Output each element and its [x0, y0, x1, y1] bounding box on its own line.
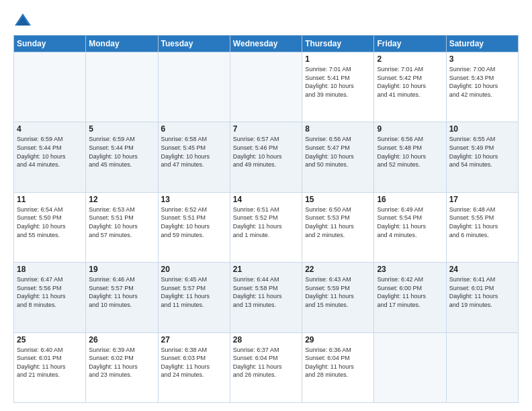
weekday-header: Saturday	[446, 36, 518, 52]
weekday-header: Friday	[374, 36, 446, 52]
day-number: 15	[305, 195, 371, 204]
day-info: Sunrise: 6:44 AM Sunset: 5:58 PM Dayligh…	[233, 275, 299, 309]
day-number: 6	[161, 124, 227, 134]
calendar-week: 4Sunrise: 6:59 AM Sunset: 5:44 PM Daylig…	[14, 122, 519, 192]
calendar-cell: 3Sunrise: 7:00 AM Sunset: 5:43 PM Daylig…	[446, 52, 518, 122]
day-number: 1	[305, 54, 371, 64]
day-number: 9	[377, 124, 443, 134]
day-info: Sunrise: 6:51 AM Sunset: 5:52 PM Dayligh…	[233, 205, 299, 239]
weekday-header: Tuesday	[158, 36, 230, 52]
calendar-week: 1Sunrise: 7:01 AM Sunset: 5:41 PM Daylig…	[14, 52, 519, 122]
calendar-cell: 1Sunrise: 7:01 AM Sunset: 5:41 PM Daylig…	[302, 52, 374, 122]
calendar-cell: 15Sunrise: 6:50 AM Sunset: 5:53 PM Dayli…	[302, 192, 374, 262]
calendar-cell: 21Sunrise: 6:44 AM Sunset: 5:58 PM Dayli…	[230, 263, 302, 332]
calendar-cell: 17Sunrise: 6:48 AM Sunset: 5:55 PM Dayli…	[446, 192, 518, 262]
day-number: 12	[89, 195, 154, 204]
day-info: Sunrise: 7:01 AM Sunset: 5:42 PM Dayligh…	[377, 65, 443, 99]
calendar-cell: 2Sunrise: 7:01 AM Sunset: 5:42 PM Daylig…	[374, 52, 446, 122]
day-number: 28	[233, 335, 299, 345]
day-info: Sunrise: 6:41 AM Sunset: 6:01 PM Dayligh…	[449, 275, 515, 309]
day-number: 4	[17, 124, 83, 134]
day-number: 10	[449, 124, 515, 134]
day-number: 17	[449, 195, 515, 204]
day-info: Sunrise: 6:55 AM Sunset: 5:49 PM Dayligh…	[449, 135, 515, 169]
calendar-cell: 19Sunrise: 6:46 AM Sunset: 5:57 PM Dayli…	[86, 263, 158, 332]
calendar-cell: 23Sunrise: 6:42 AM Sunset: 6:00 PM Dayli…	[374, 263, 446, 332]
header	[13, 11, 519, 30]
day-number: 20	[161, 265, 227, 274]
day-number: 27	[161, 335, 227, 345]
day-number: 22	[305, 265, 371, 274]
calendar-week: 25Sunrise: 6:40 AM Sunset: 6:01 PM Dayli…	[14, 332, 519, 402]
day-info: Sunrise: 7:01 AM Sunset: 5:41 PM Dayligh…	[305, 65, 371, 99]
page: SundayMondayTuesdayWednesdayThursdayFrid…	[0, 0, 532, 411]
calendar-cell: 13Sunrise: 6:52 AM Sunset: 5:51 PM Dayli…	[158, 192, 230, 262]
weekday-header: Wednesday	[230, 36, 302, 52]
weekday-header: Thursday	[302, 36, 374, 52]
calendar-cell: 29Sunrise: 6:36 AM Sunset: 6:04 PM Dayli…	[302, 332, 374, 402]
day-info: Sunrise: 6:46 AM Sunset: 5:57 PM Dayligh…	[89, 275, 154, 309]
calendar-cell: 9Sunrise: 6:56 AM Sunset: 5:48 PM Daylig…	[374, 122, 446, 192]
day-number: 5	[89, 124, 154, 134]
day-number: 7	[233, 124, 299, 134]
day-number: 2	[377, 54, 443, 64]
day-info: Sunrise: 6:37 AM Sunset: 6:04 PM Dayligh…	[233, 346, 299, 379]
weekday-row: SundayMondayTuesdayWednesdayThursdayFrid…	[14, 36, 519, 52]
day-info: Sunrise: 6:56 AM Sunset: 5:47 PM Dayligh…	[305, 135, 371, 169]
day-number: 3	[449, 54, 515, 64]
logo	[13, 11, 35, 30]
day-info: Sunrise: 6:53 AM Sunset: 5:51 PM Dayligh…	[89, 205, 154, 239]
calendar-cell: 8Sunrise: 6:56 AM Sunset: 5:47 PM Daylig…	[302, 122, 374, 192]
calendar-cell: 11Sunrise: 6:54 AM Sunset: 5:50 PM Dayli…	[14, 192, 86, 262]
day-info: Sunrise: 7:00 AM Sunset: 5:43 PM Dayligh…	[449, 65, 515, 99]
calendar-cell	[158, 52, 230, 122]
day-info: Sunrise: 6:47 AM Sunset: 5:56 PM Dayligh…	[17, 275, 83, 309]
day-number: 19	[89, 265, 154, 274]
calendar-week: 18Sunrise: 6:47 AM Sunset: 5:56 PM Dayli…	[14, 263, 519, 332]
calendar-cell: 12Sunrise: 6:53 AM Sunset: 5:51 PM Dayli…	[86, 192, 158, 262]
day-info: Sunrise: 6:49 AM Sunset: 5:54 PM Dayligh…	[377, 205, 443, 239]
calendar-cell: 24Sunrise: 6:41 AM Sunset: 6:01 PM Dayli…	[446, 263, 518, 332]
calendar-cell: 5Sunrise: 6:59 AM Sunset: 5:44 PM Daylig…	[86, 122, 158, 192]
day-info: Sunrise: 6:54 AM Sunset: 5:50 PM Dayligh…	[17, 205, 83, 239]
calendar-cell: 7Sunrise: 6:57 AM Sunset: 5:46 PM Daylig…	[230, 122, 302, 192]
day-number: 24	[449, 265, 515, 274]
calendar-cell: 16Sunrise: 6:49 AM Sunset: 5:54 PM Dayli…	[374, 192, 446, 262]
calendar-table: SundayMondayTuesdayWednesdayThursdayFrid…	[13, 35, 519, 403]
day-info: Sunrise: 6:58 AM Sunset: 5:45 PM Dayligh…	[161, 135, 227, 169]
day-number: 23	[377, 265, 443, 274]
day-number: 14	[233, 195, 299, 204]
day-info: Sunrise: 6:57 AM Sunset: 5:46 PM Dayligh…	[233, 135, 299, 169]
day-info: Sunrise: 6:38 AM Sunset: 6:03 PM Dayligh…	[161, 346, 227, 379]
day-info: Sunrise: 6:48 AM Sunset: 5:55 PM Dayligh…	[449, 205, 515, 239]
calendar-cell	[230, 52, 302, 122]
calendar-cell: 6Sunrise: 6:58 AM Sunset: 5:45 PM Daylig…	[158, 122, 230, 192]
calendar-cell: 20Sunrise: 6:45 AM Sunset: 5:57 PM Dayli…	[158, 263, 230, 332]
day-info: Sunrise: 6:42 AM Sunset: 6:00 PM Dayligh…	[377, 275, 443, 309]
day-info: Sunrise: 6:40 AM Sunset: 6:01 PM Dayligh…	[17, 346, 83, 379]
calendar-cell: 26Sunrise: 6:39 AM Sunset: 6:02 PM Dayli…	[86, 332, 158, 402]
day-info: Sunrise: 6:36 AM Sunset: 6:04 PM Dayligh…	[305, 346, 371, 379]
weekday-header: Monday	[86, 36, 158, 52]
calendar-cell: 14Sunrise: 6:51 AM Sunset: 5:52 PM Dayli…	[230, 192, 302, 262]
calendar-cell	[14, 52, 86, 122]
day-number: 26	[89, 335, 154, 345]
day-number: 25	[17, 335, 83, 345]
calendar-cell	[374, 332, 446, 402]
calendar-cell	[86, 52, 158, 122]
day-number: 11	[17, 195, 83, 204]
day-number: 8	[305, 124, 371, 134]
day-info: Sunrise: 6:39 AM Sunset: 6:02 PM Dayligh…	[89, 346, 154, 379]
day-number: 16	[377, 195, 443, 204]
calendar-cell: 28Sunrise: 6:37 AM Sunset: 6:04 PM Dayli…	[230, 332, 302, 402]
calendar-cell: 22Sunrise: 6:43 AM Sunset: 5:59 PM Dayli…	[302, 263, 374, 332]
day-info: Sunrise: 6:45 AM Sunset: 5:57 PM Dayligh…	[161, 275, 227, 309]
calendar-cell: 4Sunrise: 6:59 AM Sunset: 5:44 PM Daylig…	[14, 122, 86, 192]
weekday-header: Sunday	[14, 36, 86, 52]
day-number: 18	[17, 265, 83, 274]
calendar-cell: 27Sunrise: 6:38 AM Sunset: 6:03 PM Dayli…	[158, 332, 230, 402]
day-info: Sunrise: 6:52 AM Sunset: 5:51 PM Dayligh…	[161, 205, 227, 239]
day-number: 21	[233, 265, 299, 274]
calendar-cell: 25Sunrise: 6:40 AM Sunset: 6:01 PM Dayli…	[14, 332, 86, 402]
day-number: 13	[161, 195, 227, 204]
